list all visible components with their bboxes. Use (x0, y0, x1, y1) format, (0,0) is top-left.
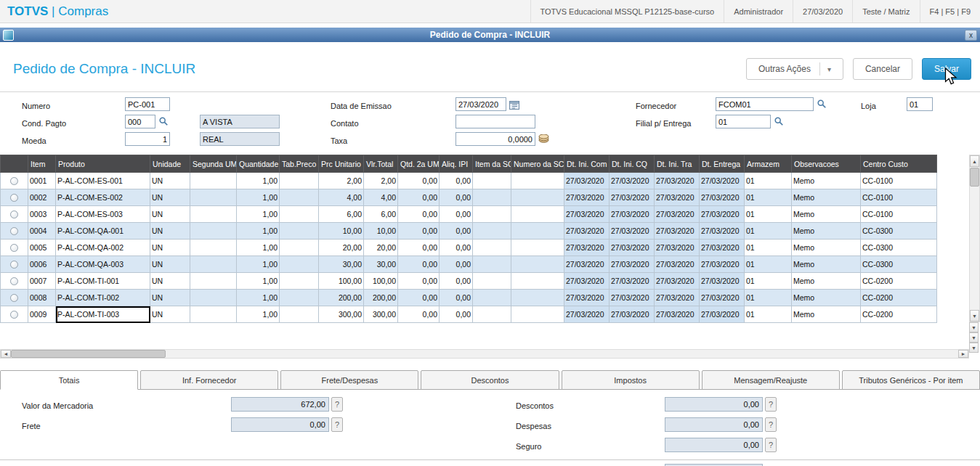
cell-observacoes[interactable]: Memo (792, 206, 861, 223)
cell-dt-ini-cq[interactable]: 27/03/2020 (610, 240, 655, 256)
row-select-cell[interactable] (1, 240, 28, 256)
cell-armazem[interactable]: 01 (745, 223, 792, 240)
cell-aliq-ipi[interactable]: 0,00 (440, 273, 473, 290)
cell-produto[interactable]: P-AL-COM-ES-001 (56, 173, 150, 189)
cell-aliq-ipi[interactable]: 0,00 (440, 240, 473, 256)
cell-dt-ini-tra[interactable]: 27/03/2020 (655, 206, 700, 223)
column-header-prc-unitario[interactable]: Prc Unitario (319, 155, 364, 173)
cell-dt-ini-cq[interactable]: 27/03/2020 (610, 290, 655, 306)
valor-mercadoria-input[interactable] (231, 397, 329, 412)
cancelar-button[interactable]: Cancelar (853, 58, 912, 80)
cell-observacoes[interactable]: Memo (792, 256, 861, 273)
cell-dt-ini-tra[interactable]: 27/03/2020 (655, 240, 700, 256)
cell-produto[interactable]: P-AL-COM-QA-001 (56, 223, 150, 240)
cell-dt-ini-com[interactable]: 27/03/2020 (564, 206, 610, 223)
cell-quantidade[interactable]: 1,00 (237, 290, 280, 306)
scroll-right-icon[interactable]: ► (958, 350, 968, 358)
cell-centro-custo[interactable]: CC-0100 (861, 173, 937, 189)
cell-produto[interactable]: P-AL-COM-ES-003 (56, 206, 150, 223)
cell-item-da-sc[interactable] (473, 306, 511, 323)
column-header-segunda-um[interactable]: Segunda UM (190, 155, 237, 173)
cell-produto[interactable]: P-AL-COM-ES-002 (56, 189, 150, 206)
cell-dt-ini-com[interactable]: 27/03/2020 (564, 290, 610, 306)
cell-segunda-um[interactable] (190, 256, 237, 273)
tab-inf-fornecedor[interactable]: Inf. Fornecedor (140, 370, 278, 390)
cell-unidade[interactable]: UN (150, 206, 190, 223)
cell-unidade[interactable]: UN (150, 189, 190, 206)
cell-quantidade[interactable]: 1,00 (237, 306, 280, 323)
cell-produto[interactable]: P-AL-COM-TI-003 (56, 306, 150, 323)
tab-impostos[interactable]: Impostos (562, 370, 700, 390)
cell-aliq-ipi[interactable]: 0,00 (440, 290, 473, 306)
radio-icon[interactable] (10, 244, 18, 252)
cell-item[interactable]: 0008 (28, 290, 56, 306)
cell-armazem[interactable]: 01 (745, 240, 792, 256)
cell-segunda-um[interactable] (190, 173, 237, 189)
column-header-quantidade[interactable]: Quantidade (237, 155, 280, 173)
row-select-cell[interactable] (1, 290, 28, 306)
cell-numero-da-sc[interactable] (511, 306, 564, 323)
cell-numero-da-sc[interactable] (511, 223, 564, 240)
cell-qtd-2a-um[interactable]: 0,00 (398, 206, 440, 223)
tab-frete-despesas[interactable]: Frete/Despesas (280, 370, 418, 390)
cell-item-da-sc[interactable] (473, 256, 511, 273)
cell-qtd-2a-um[interactable]: 0,00 (398, 240, 440, 256)
cell-centro-custo[interactable]: CC-0200 (861, 273, 937, 290)
cell-dt-ini-com[interactable]: 27/03/2020 (564, 256, 610, 273)
cell-vlr-total[interactable]: 30,00 (364, 256, 398, 273)
row-select-cell[interactable] (1, 306, 28, 323)
help-button[interactable]: ? (331, 417, 343, 432)
column-header-tab-preco[interactable]: Tab.Preco (280, 155, 319, 173)
numero-input[interactable] (125, 97, 170, 111)
cell-quantidade[interactable]: 1,00 (237, 189, 280, 206)
cell-prc-unitario[interactable]: 30,00 (319, 256, 364, 273)
cell-dt-ini-tra[interactable]: 27/03/2020 (655, 173, 700, 189)
cell-dt-ini-cq[interactable]: 27/03/2020 (610, 256, 655, 273)
cell-prc-unitario[interactable]: 20,00 (319, 240, 364, 256)
cell-centro-custo[interactable]: CC-0200 (861, 306, 937, 323)
cell-item[interactable]: 0001 (28, 173, 56, 189)
calendar-icon[interactable] (509, 99, 520, 110)
cell-dt-ini-com[interactable]: 27/03/2020 (564, 223, 610, 240)
cell-unidade[interactable]: UN (150, 223, 190, 240)
column-header-observacoes[interactable]: Observacoes (792, 155, 861, 173)
cell-quantidade[interactable]: 1,00 (237, 173, 280, 189)
vertical-scrollbar[interactable]: ▲ ▼ (969, 155, 980, 322)
cell-quantidade[interactable]: 1,00 (237, 206, 280, 223)
cell-segunda-um[interactable] (190, 189, 237, 206)
branch-label[interactable]: Teste / Matriz (852, 0, 919, 23)
cell-prc-unitario[interactable]: 10,00 (319, 223, 364, 240)
tab-mensagem-reajuste[interactable]: Mensagem/Reajuste (702, 370, 840, 390)
scroll-down-icon[interactable]: ▼ (969, 332, 979, 343)
cell-segunda-um[interactable] (190, 240, 237, 256)
cell-qtd-2a-um[interactable]: 0,00 (398, 273, 440, 290)
cell-dt-entrega[interactable]: 27/03/2020 (700, 306, 745, 323)
cond-pagto-input[interactable] (125, 115, 155, 128)
cell-tab-preco[interactable] (280, 240, 319, 256)
cell-vlr-total[interactable]: 200,00 (364, 290, 398, 306)
cell-numero-da-sc[interactable] (511, 240, 564, 256)
cell-item[interactable]: 0004 (28, 223, 56, 240)
cell-dt-entrega[interactable]: 27/03/2020 (700, 290, 745, 306)
cell-dt-entrega[interactable]: 27/03/2020 (700, 206, 745, 223)
cell-item[interactable]: 0005 (28, 240, 56, 256)
cell-produto[interactable]: P-AL-COM-QA-003 (56, 256, 150, 273)
cell-unidade[interactable]: UN (150, 173, 190, 189)
cell-numero-da-sc[interactable] (511, 173, 564, 189)
descontos-input[interactable] (665, 397, 763, 412)
column-header-dt-entrega[interactable]: Dt. Entrega (700, 155, 745, 173)
cell-item[interactable]: 0007 (28, 273, 56, 290)
cell-dt-ini-com[interactable]: 27/03/2020 (564, 173, 610, 189)
cell-numero-da-sc[interactable] (511, 206, 564, 223)
radio-icon[interactable] (10, 227, 18, 235)
cell-aliq-ipi[interactable]: 0,00 (440, 189, 473, 206)
cell-unidade[interactable]: UN (150, 273, 190, 290)
cell-dt-entrega[interactable]: 27/03/2020 (700, 223, 745, 240)
cell-prc-unitario[interactable]: 2,00 (319, 173, 364, 189)
cell-item-da-sc[interactable] (473, 273, 511, 290)
cell-dt-ini-tra[interactable]: 27/03/2020 (655, 189, 700, 206)
cell-dt-entrega[interactable]: 27/03/2020 (700, 189, 745, 206)
column-header-produto[interactable]: Produto (56, 155, 150, 173)
search-icon[interactable] (158, 115, 169, 127)
cell-qtd-2a-um[interactable]: 0,00 (398, 223, 440, 240)
